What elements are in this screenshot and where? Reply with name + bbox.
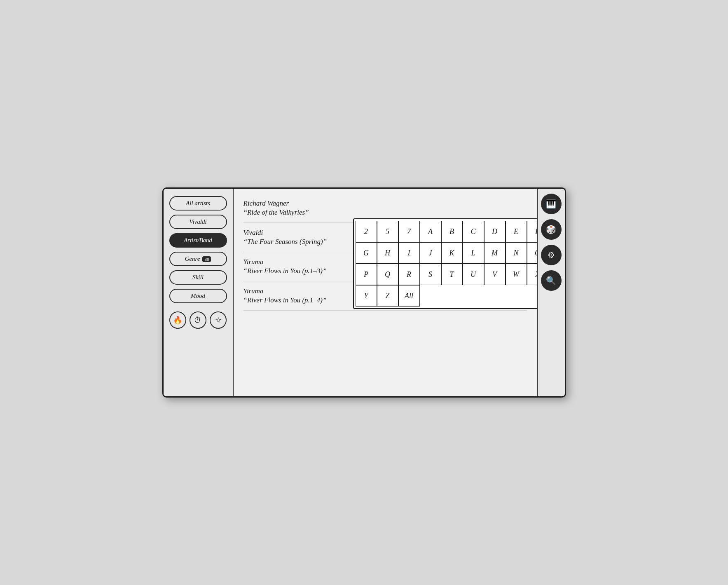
filter-btn-genre[interactable]: Genre88 <box>169 252 227 266</box>
alpha-cell-2[interactable]: 2 <box>356 221 377 242</box>
alpha-cell-W[interactable]: W <box>506 264 527 285</box>
alpha-cell-C[interactable]: C <box>463 221 484 242</box>
song-title: “Ride of the Valkyries” <box>243 208 527 217</box>
filter-btn-skill[interactable]: Skill <box>169 270 227 285</box>
alphabet-grid: 257ABCDEFGHIJKLMNOPQRSTUVWXYZAll <box>356 221 537 307</box>
alpha-cell-7[interactable]: 7 <box>398 221 420 242</box>
alpha-cell-P[interactable]: P <box>356 264 377 285</box>
song-artist: Richard Wagner <box>243 199 527 208</box>
alpha-cell-J[interactable]: J <box>420 242 441 264</box>
alpha-cell-D[interactable]: D <box>484 221 506 242</box>
alpha-cell-A[interactable]: A <box>420 221 441 242</box>
filter-btn-artist-band[interactable]: Artist/Band <box>169 233 227 248</box>
alpha-cell-All[interactable]: All <box>398 285 420 307</box>
alpha-cell-K[interactable]: K <box>441 242 463 264</box>
alpha-cell-S[interactable]: S <box>420 264 441 285</box>
alpha-cell-5[interactable]: 5 <box>377 221 398 242</box>
alpha-cell-U[interactable]: U <box>463 264 484 285</box>
search-btn[interactable]: 🔍 <box>541 270 562 291</box>
filter-btn-all-artists[interactable]: All artists <box>169 196 227 211</box>
left-sidebar: All artistsVivaldiArtist/BandGenre88Skil… <box>164 189 234 396</box>
app-container: All artistsVivaldiArtist/BandGenre88Skil… <box>162 187 566 398</box>
star-icon[interactable]: ☆ <box>210 311 227 329</box>
alpha-cell-X[interactable]: X <box>527 264 537 285</box>
alpha-cell-Z[interactable]: Z <box>377 285 398 307</box>
dice-btn[interactable]: 🎲 <box>541 219 562 240</box>
alpha-cell-L[interactable]: L <box>463 242 484 264</box>
piano-btn[interactable]: 🎹 <box>541 194 562 214</box>
alpha-cell-B[interactable]: B <box>441 221 463 242</box>
alpha-cell-E[interactable]: E <box>506 221 527 242</box>
alpha-cell-Q[interactable]: Q <box>377 264 398 285</box>
main-content: 257ABCDEFGHIJKLMNOPQRSTUVWXYZAll Richard… <box>234 189 537 396</box>
alpha-cell-M[interactable]: M <box>484 242 506 264</box>
alpha-cell-F[interactable]: F <box>527 221 537 242</box>
right-sidebar: 🎹🎲⚙🔍 <box>537 189 565 396</box>
genre-badge: 88 <box>202 256 211 262</box>
filter-btn-vivaldi[interactable]: Vivaldi <box>169 215 227 229</box>
alpha-cell-I[interactable]: I <box>398 242 420 264</box>
alpha-cell-G[interactable]: G <box>356 242 377 264</box>
alpha-cell-O[interactable]: O <box>527 242 537 264</box>
alpha-cell-V[interactable]: V <box>484 264 506 285</box>
alpha-cell-R[interactable]: R <box>398 264 420 285</box>
alphabet-popup: 257ABCDEFGHIJKLMNOPQRSTUVWXYZAll <box>353 218 537 309</box>
alpha-cell-N[interactable]: N <box>506 242 527 264</box>
alpha-cell-T[interactable]: T <box>441 264 463 285</box>
clock-icon[interactable]: ⏱ <box>190 311 206 329</box>
fire-icon[interactable]: 🔥 <box>169 311 186 329</box>
alpha-cell-Y[interactable]: Y <box>356 285 377 307</box>
filter-btn-mood[interactable]: Mood <box>169 289 227 303</box>
icon-row: 🔥⏱☆ <box>169 311 227 329</box>
alpha-cell-H[interactable]: H <box>377 242 398 264</box>
settings-btn[interactable]: ⚙ <box>541 245 562 265</box>
